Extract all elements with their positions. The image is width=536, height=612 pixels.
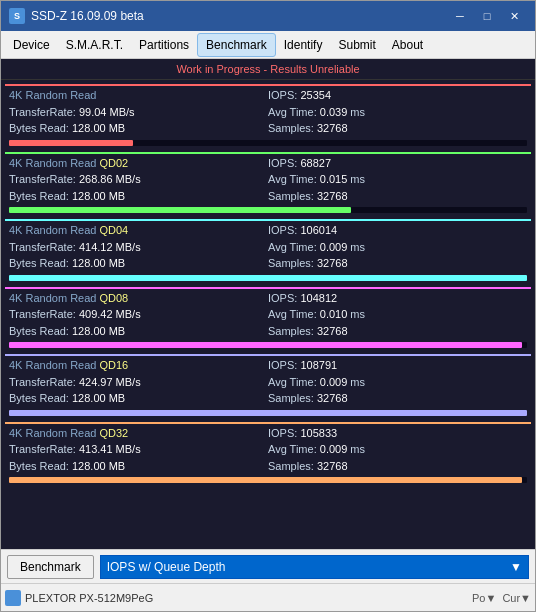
taskbar-icon — [5, 590, 21, 606]
progress-bar-container-4 — [9, 410, 527, 416]
menu-item-benchmark[interactable]: Benchmark — [197, 33, 276, 57]
progress-bar-container-2 — [9, 275, 527, 281]
title-bar: S SSD-Z 16.09.09 beta ─ □ ✕ — [1, 1, 535, 31]
bench-right-4: IOPS: 108791 Avg Time: 0.009 ms Samples:… — [268, 357, 527, 407]
bench-section-5: 4K Random Read QD32 TransferRate: 413.41… — [5, 422, 531, 484]
bench-row-0: 4K Random Read TransferRate: 99.04 MB/s … — [5, 86, 531, 138]
bench-right-2: IOPS: 106014 Avg Time: 0.009 ms Samples:… — [268, 222, 527, 272]
bench-row-4: 4K Random Read QD16 TransferRate: 424.97… — [5, 356, 531, 408]
bench-left-0: 4K Random Read TransferRate: 99.04 MB/s … — [9, 87, 268, 137]
bench-right-0: IOPS: 25354 Avg Time: 0.039 ms Samples: … — [268, 87, 527, 137]
minimize-button[interactable]: ─ — [447, 6, 473, 26]
benchmark-results: 4K Random Read TransferRate: 99.04 MB/s … — [1, 80, 535, 549]
content-area: Work in Progress - Results Unreliable 4K… — [1, 59, 535, 549]
bench-left-1: 4K Random Read QD02 TransferRate: 268.86… — [9, 155, 268, 205]
progress-bar-3 — [9, 342, 522, 348]
bench-section-3: 4K Random Read QD08 TransferRate: 409.42… — [5, 287, 531, 349]
bench-section-4: 4K Random Read QD16 TransferRate: 424.97… — [5, 354, 531, 416]
benchmark-button[interactable]: Benchmark — [7, 555, 94, 579]
taskbar-current[interactable]: Cur▼ — [502, 592, 531, 604]
menu-item-device[interactable]: Device — [5, 34, 58, 56]
progress-bar-2 — [9, 275, 527, 281]
menu-item-identify[interactable]: Identify — [276, 34, 331, 56]
taskbar-label: PLEXTOR PX-512M9PeG — [25, 592, 468, 604]
bench-right-3: IOPS: 104812 Avg Time: 0.010 ms Samples:… — [268, 290, 527, 340]
bench-section-0: 4K Random Read TransferRate: 99.04 MB/s … — [5, 84, 531, 146]
menu-item-partitions[interactable]: Partitions — [131, 34, 197, 56]
menu-bar: DeviceS.M.A.R.T.PartitionsBenchmarkIdent… — [1, 31, 535, 59]
bench-section-1: 4K Random Read QD02 TransferRate: 268.86… — [5, 152, 531, 214]
progress-bar-4 — [9, 410, 527, 416]
menu-item-submit[interactable]: Submit — [330, 34, 383, 56]
bench-right-5: IOPS: 105833 Avg Time: 0.009 ms Samples:… — [268, 425, 527, 475]
bench-left-2: 4K Random Read QD04 TransferRate: 414.12… — [9, 222, 268, 272]
window-title: SSD-Z 16.09.09 beta — [31, 9, 447, 23]
menu-item-about[interactable]: About — [384, 34, 431, 56]
bench-left-4: 4K Random Read QD16 TransferRate: 424.97… — [9, 357, 268, 407]
taskbar-power[interactable]: Po▼ — [472, 592, 496, 604]
progress-bar-0 — [9, 140, 133, 146]
menu-item-smart[interactable]: S.M.A.R.T. — [58, 34, 131, 56]
progress-bar-container-0 — [9, 140, 527, 146]
bench-row-1: 4K Random Read QD02 TransferRate: 268.86… — [5, 154, 531, 206]
progress-bar-1 — [9, 207, 351, 213]
progress-bar-5 — [9, 477, 522, 483]
app-icon: S — [9, 8, 25, 24]
close-button[interactable]: ✕ — [501, 6, 527, 26]
warning-banner: Work in Progress - Results Unreliable — [1, 59, 535, 80]
maximize-button[interactable]: □ — [474, 6, 500, 26]
bottom-bar: Benchmark IOPS w/ Queue Depth ▼ — [1, 549, 535, 583]
main-window: S SSD-Z 16.09.09 beta ─ □ ✕ DeviceS.M.A.… — [0, 0, 536, 612]
dropdown-value: IOPS w/ Queue Depth — [107, 560, 226, 574]
bench-section-2: 4K Random Read QD04 TransferRate: 414.12… — [5, 219, 531, 281]
bench-right-1: IOPS: 68827 Avg Time: 0.015 ms Samples: … — [268, 155, 527, 205]
progress-bar-container-5 — [9, 477, 527, 483]
bench-row-5: 4K Random Read QD32 TransferRate: 413.41… — [5, 424, 531, 476]
bench-left-5: 4K Random Read QD32 TransferRate: 413.41… — [9, 425, 268, 475]
bench-left-3: 4K Random Read QD08 TransferRate: 409.42… — [9, 290, 268, 340]
bench-row-3: 4K Random Read QD08 TransferRate: 409.42… — [5, 289, 531, 341]
dropdown-arrow: ▼ — [510, 560, 522, 574]
window-controls: ─ □ ✕ — [447, 6, 527, 26]
bench-row-2: 4K Random Read QD04 TransferRate: 414.12… — [5, 221, 531, 273]
taskbar-right: Po▼ Cur▼ — [472, 592, 531, 604]
taskbar: PLEXTOR PX-512M9PeG Po▼ Cur▼ — [1, 583, 535, 611]
progress-bar-container-1 — [9, 207, 527, 213]
dropdown[interactable]: IOPS w/ Queue Depth ▼ — [100, 555, 529, 579]
progress-bar-container-3 — [9, 342, 527, 348]
